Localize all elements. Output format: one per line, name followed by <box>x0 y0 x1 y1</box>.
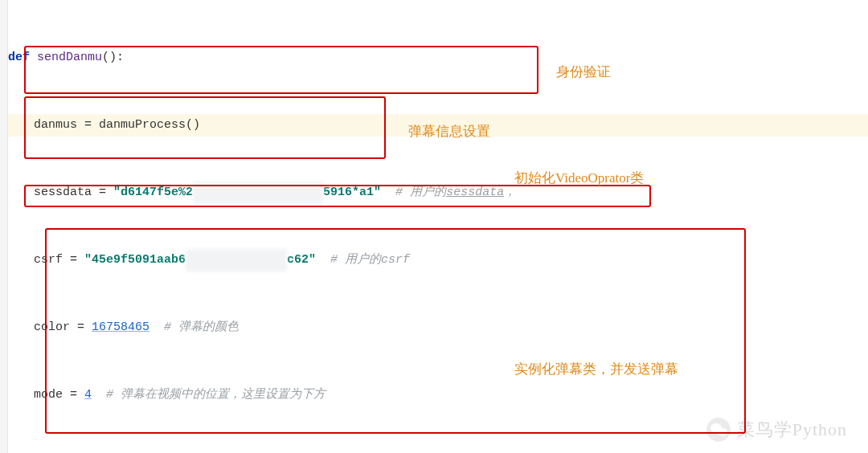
redacted-text: XXXXXXXXXXXXXX <box>186 249 287 271</box>
function-name: sendDanmu <box>37 51 102 64</box>
keyword-def: def <box>8 51 30 64</box>
wechat-icon <box>706 418 731 442</box>
code-line[interactable]: sessdata = "d6147f5e%2XXXXXXXXXXXXXXXXXX… <box>8 182 860 204</box>
gutter <box>0 0 8 453</box>
watermark-text: 菜鸟学Python <box>737 418 847 441</box>
annot-init-label: 初始化VideoOprator类 <box>514 167 644 190</box>
code-line[interactable]: def sendDanmu(): <box>8 47 860 69</box>
annot-auth-label: 身份验证 <box>556 61 611 84</box>
code-line[interactable]: mode = 4 # 弹幕在视频中的位置，这里设置为下方 <box>8 384 860 406</box>
redacted-text: XXXXXXXXXXXXXXXXXX <box>193 182 323 204</box>
annot-settings-label: 弹幕信息设置 <box>408 120 490 143</box>
annot-send-label: 实例化弹幕类，并发送弹幕 <box>514 358 678 381</box>
watermark: 菜鸟学Python <box>706 418 847 442</box>
code-editor[interactable]: def sendDanmu(): danmus = danmuProcess()… <box>8 2 860 453</box>
code-line[interactable]: csrf = "45e9f5091aab6XXXXXXXXXXXXXXc62" … <box>8 249 860 271</box>
code-line[interactable]: color = 16758465 # 弹幕的颜色 <box>8 316 860 339</box>
